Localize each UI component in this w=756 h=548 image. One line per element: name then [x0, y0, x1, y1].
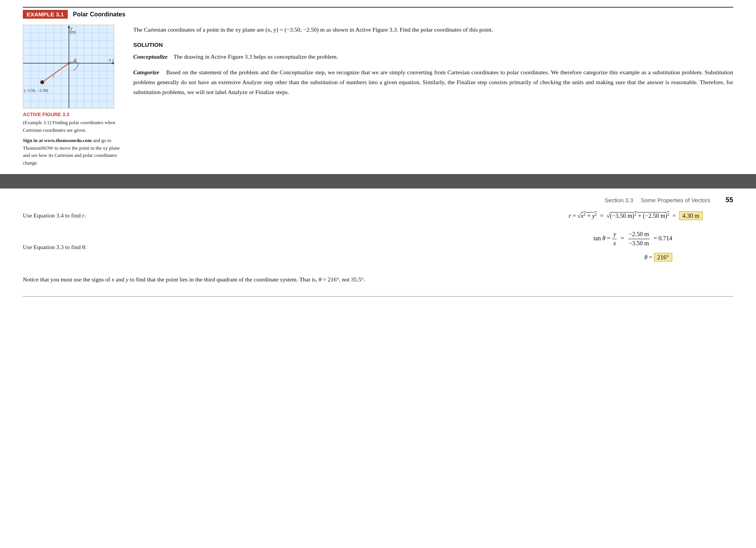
top-section: EXAMPLE 3.1 Polar Coordinates — [0, 0, 756, 175]
svg-text:x: x — [108, 57, 111, 62]
categorize-paragraph: Categorize Based on the statement of the… — [133, 67, 733, 97]
example-header: EXAMPLE 3.1 Polar Coordinates — [23, 7, 733, 19]
categorize-label: Categorize — [133, 69, 159, 75]
conceptualize-label: Conceptualize — [133, 53, 167, 60]
eq3-answer: 216° — [654, 253, 672, 262]
bottom-line — [23, 296, 733, 297]
signin-bold: Sign in at www.thomsonedu.com — [23, 137, 92, 143]
eq2-result: = 0.714 — [654, 235, 672, 241]
equation-row-1: Use Equation 3.4 to find r: r = √x2 + y2… — [23, 212, 733, 219]
figure-signin: Sign in at www.thomsonedu.com and go to … — [23, 137, 122, 166]
left-column: x (m) y (m) — [23, 25, 122, 166]
svg-text:θ: θ — [74, 58, 77, 63]
page-container: EXAMPLE 3.1 Polar Coordinates — [0, 0, 756, 548]
figure-caption-text: (Example 3.1) Finding polar coordinates … — [23, 120, 115, 133]
equations-area: Use Equation 3.4 to find r: r = √x2 + y2… — [23, 212, 733, 264]
eq1-answer: 4.30 m — [679, 211, 703, 220]
problem-text: The Cartesian coordinates of a point in … — [133, 25, 733, 35]
coordinate-figure-box: x (m) y (m) — [23, 25, 114, 109]
equation-row-2: Use Equation 3.3 to find θ: tan θ = y x … — [23, 230, 733, 264]
eq2-content: tan θ = y x = −2.50 m −3.50 m = 0.714 — [183, 230, 733, 264]
fraction-yx: y x — [612, 230, 617, 248]
example-label: EXAMPLE 3.1 — [23, 10, 68, 19]
svg-text:(m): (m) — [112, 58, 114, 62]
fraction-den-value: −3.50 m — [628, 239, 650, 248]
example-content: x (m) y (m) — [23, 25, 733, 166]
fraction-values: −2.50 m −3.50 m — [628, 230, 650, 248]
section-title-text: Some Properties of Vectors — [641, 197, 710, 203]
active-figure-label: ACTIVE FIGURE 3.3 — [23, 112, 122, 117]
example-title: Polar Coordinates — [73, 11, 126, 18]
solution-label: SOLUTION — [133, 42, 733, 48]
eq2-label: Use Equation 3.3 to find θ: — [23, 244, 183, 251]
fraction-denominator: x — [612, 239, 617, 248]
section-label: Section 3.3 — [604, 197, 633, 203]
bottom-section: Section 3.3 Some Properties of Vectors 5… — [0, 189, 756, 308]
coordinate-figure-svg: x (m) y (m) — [23, 25, 114, 109]
fraction-numerator: y — [612, 230, 617, 239]
notice-text: Notice that you must use the signs of x … — [23, 275, 733, 284]
section-header: Section 3.3 Some Properties of Vectors 5… — [23, 189, 733, 208]
conceptualize-paragraph: Conceptualize The drawing in Active Figu… — [133, 52, 733, 62]
conceptualize-text: The drawing in Active Figure 3.3 helps u… — [174, 53, 338, 60]
figure-caption: (Example 3.1) Finding polar coordinates … — [23, 119, 122, 134]
right-column: The Cartesian coordinates of a point in … — [133, 25, 733, 166]
fraction-num-value: −2.50 m — [628, 230, 650, 239]
dark-divider-bar — [0, 175, 756, 189]
svg-text:(m): (m) — [70, 30, 76, 34]
svg-text:(−3.50, −2.50): (−3.50, −2.50) — [24, 88, 48, 93]
eq1-label: Use Equation 3.4 to find r: — [23, 212, 183, 219]
eq1-content: r = √x2 + y2 = √(−3.50 m)2 + (−2.50 m)2 … — [183, 212, 733, 219]
page-number: 55 — [726, 196, 733, 204]
categorize-text: Based on the statement of the problem an… — [133, 69, 733, 96]
